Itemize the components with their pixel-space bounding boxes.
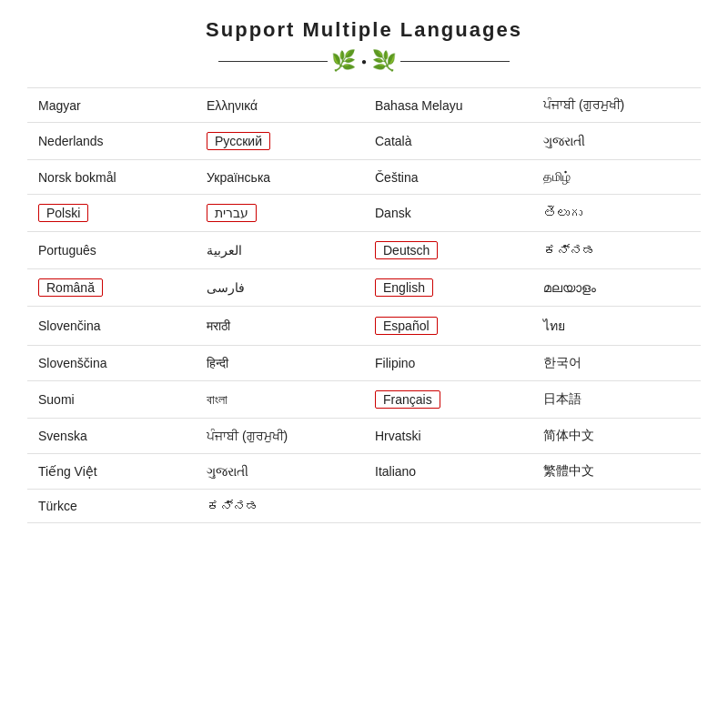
table-row: NederlandsРусскийCatalàગુજરાતી (27, 123, 701, 160)
language-cell: ગુજરાતી (196, 454, 364, 490)
table-row: SlovenčinaमराठीEspañolไทย (27, 307, 701, 346)
language-label: தமிழ் (543, 169, 571, 184)
language-label: Türkce (38, 499, 77, 513)
page-header: Support Multiple Languages 🌿 ● 🌿 (27, 18, 701, 73)
language-cell: తెలుగు (532, 195, 701, 232)
language-cell: मराठी (196, 307, 364, 346)
language-label: 繁體中文 (543, 463, 594, 478)
language-label-boxed: Русский (207, 132, 270, 150)
language-cell: Slovenščina (27, 346, 196, 381)
language-label: Português (38, 243, 96, 258)
language-label: Ελληνικά (207, 98, 258, 113)
language-cell: Català (364, 123, 532, 160)
divider-line-left (218, 61, 328, 62)
page-title: Support Multiple Languages (27, 18, 701, 42)
language-cell: ਪੰਜਾਬੀ (ਗੁਰਮੁਖੀ) (196, 419, 364, 454)
language-cell: Filipino (364, 346, 532, 381)
language-cell: Čeština (364, 160, 532, 195)
language-label: ગુજરાતી (543, 134, 585, 148)
language-label: Hrvatski (375, 429, 421, 443)
language-cell: हिन्दी (196, 346, 364, 381)
language-label: മലയാളം (543, 280, 596, 295)
language-cell: Tiếng Việt (27, 454, 196, 490)
language-cell: 한국어 (532, 346, 701, 381)
language-label-boxed: Română (38, 278, 103, 297)
language-cell: Español (364, 307, 532, 346)
language-cell: Ελληνικά (196, 88, 364, 123)
language-label: العربية (207, 243, 242, 258)
language-cell: Svenska (27, 419, 196, 454)
language-label: ಕನ್ನಡ (543, 243, 595, 258)
language-cell: 简体中文 (532, 419, 701, 454)
language-label: हिन्दी (207, 356, 228, 370)
table-row: Svenskaਪੰਜਾਬੀ (ਗੁਰਮੁਖੀ)Hrvatski简体中文 (27, 419, 701, 454)
language-cell: മലയാളം (532, 269, 701, 307)
language-label: Dansk (375, 206, 411, 220)
language-cell: Polski (27, 195, 196, 232)
table-row: Türkceಕನ್ನಡ (27, 490, 701, 523)
table-row: Slovenščinaहिन्दीFilipino한국어 (27, 346, 701, 381)
language-label-boxed: Français (375, 390, 440, 409)
language-cell: தமிழ் (532, 160, 701, 195)
language-cell: Bahasa Melayu (364, 88, 532, 123)
language-label-boxed: Español (375, 317, 438, 335)
table-row: PolskiעבריתDanskతెలుగు (27, 195, 701, 232)
language-cell: Norsk bokmål (27, 160, 196, 195)
language-label: Українська (207, 170, 270, 185)
language-label: Tiếng Việt (38, 464, 97, 479)
language-cell: Italiano (364, 454, 532, 490)
languages-table: MagyarΕλληνικάBahasa Melayuਪੰਜਾਬੀ (ਗੁਰਮੁ… (27, 87, 701, 523)
language-label-boxed: Deutsch (375, 241, 438, 259)
table-row: PortuguêsالعربيةDeutschಕನ್ನಡ (27, 232, 701, 269)
table-row: MagyarΕλληνικάBahasa Melayuਪੰਜਾਬੀ (ਗੁਰਮੁ… (27, 88, 701, 123)
language-label: Nederlands (38, 134, 104, 148)
ornament-right: 🌿 (372, 49, 397, 73)
language-cell: Slovenčina (27, 307, 196, 346)
table-row: RomânăفارسیEnglishമലയാളം (27, 269, 701, 307)
language-label: বাংলা (207, 392, 228, 407)
language-label-boxed: Polski (38, 204, 88, 222)
language-cell (364, 490, 532, 523)
language-label-boxed: עברית (207, 204, 257, 222)
language-label: Čeština (375, 170, 418, 185)
language-cell: Українська (196, 160, 364, 195)
language-cell: Português (27, 232, 196, 269)
language-label: 简体中文 (543, 428, 594, 442)
language-label: Filipino (375, 356, 415, 370)
language-cell: ಕನ್ನಡ (196, 490, 364, 523)
language-label: ಕನ್ನಡ (207, 499, 258, 513)
language-label: Norsk bokmål (38, 170, 116, 185)
language-cell: Français (364, 381, 532, 419)
language-label: मराठी (207, 318, 230, 333)
language-cell: Hrvatski (364, 419, 532, 454)
language-label: Bahasa Melayu (375, 98, 463, 113)
language-cell: English (364, 269, 532, 307)
language-label: ਪੰਜਾਬੀ (ਗੁਰਮੁਖੀ) (207, 429, 288, 443)
language-cell: 繁體中文 (532, 454, 701, 490)
language-cell: Magyar (27, 88, 196, 123)
table-row: Norsk bokmålУкраїнськаČeštinaதமிழ் (27, 160, 701, 195)
language-cell: বাংলা (196, 381, 364, 419)
ornament-left: 🌿 (331, 49, 356, 73)
language-cell: עברית (196, 195, 364, 232)
language-cell: Română (27, 269, 196, 307)
divider-line-right (400, 61, 510, 62)
language-label: Slovenčina (38, 318, 101, 333)
language-cell: Nederlands (27, 123, 196, 160)
language-label: فارسی (207, 280, 245, 295)
language-cell (532, 490, 701, 523)
language-cell: 日本語 (532, 381, 701, 419)
language-cell: ไทย (532, 307, 701, 346)
language-label: Suomi (38, 392, 75, 407)
ornament-dot: ● (361, 56, 367, 66)
language-label: Italiano (375, 464, 416, 479)
language-label: ไทย (543, 318, 565, 333)
language-cell: Dansk (364, 195, 532, 232)
language-label: ગુજરાતી (207, 464, 248, 479)
language-label: 日本語 (543, 391, 581, 406)
language-cell: فارسی (196, 269, 364, 307)
language-cell: Deutsch (364, 232, 532, 269)
table-row: SuomiবাংলাFrançais日本語 (27, 381, 701, 419)
language-label-boxed: English (375, 278, 433, 297)
language-label: తెలుగు (543, 206, 582, 220)
